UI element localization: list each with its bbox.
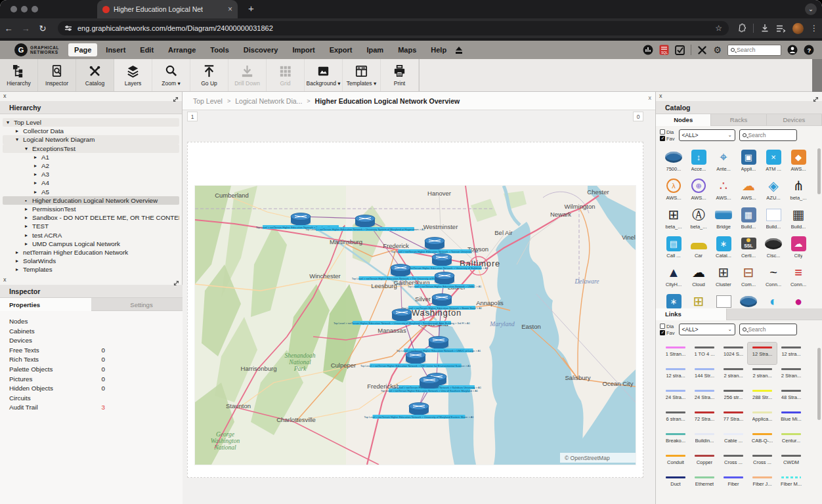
stats-icon[interactable]	[643, 45, 653, 55]
catalog-tab-devices[interactable]: Devices	[767, 114, 822, 126]
catalog-link-item[interactable]: 2 stran...	[719, 364, 748, 386]
tools-icon[interactable]	[697, 45, 707, 55]
inspector-row[interactable]: Nodes	[0, 318, 183, 327]
collapse-arrow-icon[interactable]: ▾	[7, 119, 14, 125]
catalog-link-item[interactable]: 1 TO 4 ...	[690, 343, 719, 364]
tree-item[interactable]: ▸A4	[3, 178, 179, 187]
catalog-node-item[interactable]: Ⓐbeta_...	[686, 205, 711, 234]
catalog-link-item[interactable]: 24 Stra...	[690, 386, 719, 408]
catalog-link-item[interactable]: Conduit	[661, 451, 690, 472]
catalog-link-item[interactable]: 256 str...	[719, 386, 748, 408]
global-search-input[interactable]	[737, 47, 776, 53]
catalog-node-item[interactable]: ⊕AWS...	[686, 176, 711, 205]
catalog-node-item[interactable]: λAWS...	[661, 176, 686, 205]
catalog-node-item[interactable]: ×ATM ...	[761, 147, 786, 176]
catalog-node-item[interactable]: ▲CityH...	[661, 262, 686, 291]
tree-item[interactable]: ▸Sandbox - DO NOT DELETE ME, OR THE CONT…	[3, 213, 179, 222]
browser-menu-icon[interactable]: ⋮	[810, 24, 818, 33]
links-scrollbar[interactable]	[817, 348, 821, 420]
collapse-arrow-icon[interactable]: ▾	[16, 136, 23, 142]
breadcrumb-item[interactable]: Top Level	[193, 97, 223, 105]
expand-arrow-icon[interactable]: ▸	[25, 232, 32, 238]
expand-arrow-icon[interactable]: ▸	[25, 223, 32, 229]
catalog-node-item[interactable]: SSLCerti...	[736, 234, 761, 262]
catalog-node-item[interactable]: ◆AWS...	[786, 147, 811, 176]
catalog-expand-icon[interactable]	[813, 93, 819, 105]
catalog-node-item[interactable]: Bridge	[711, 205, 736, 234]
catalog-node-item[interactable]: ∗	[661, 291, 686, 310]
expand-arrow-icon[interactable]: ▸	[16, 266, 23, 272]
catalog-node-item[interactable]: 7500...	[661, 147, 686, 176]
inspector-row[interactable]: Devices	[0, 337, 183, 346]
tree-item[interactable]: ▸netTerrain Higher Education Network	[3, 248, 179, 257]
catalog-node-item[interactable]: ▦Build...	[736, 205, 761, 234]
catalog-node-item[interactable]: ∴AWS...	[711, 176, 736, 205]
catalog-scrollbar[interactable]	[817, 148, 821, 194]
catalog-node-item[interactable]: ≡Conn...	[786, 262, 811, 291]
background-button[interactable]: Background ▾	[305, 59, 343, 91]
breadcrumb-item[interactable]: Logical Network Dia...	[235, 97, 302, 105]
bookmark-star-icon[interactable]: ☆	[715, 24, 722, 33]
tree-item[interactable]: •Higher Education Logical Network Overvi…	[3, 196, 179, 205]
menu-item-edit[interactable]: Edit	[134, 43, 160, 56]
global-search[interactable]	[727, 45, 781, 56]
links-fav-checkbox[interactable]	[660, 330, 665, 335]
site-info-icon[interactable]	[64, 24, 72, 32]
menu-item-discovery[interactable]: Discovery	[238, 43, 284, 56]
catalog-node-item[interactable]: ▤Call ...	[661, 234, 686, 262]
catalog-link-item[interactable]: 6 stran...	[661, 408, 690, 429]
tab-overflow-chevron-icon[interactable]: ⌄	[805, 3, 817, 15]
catalog-node-item[interactable]: Car	[686, 234, 711, 262]
catalog-node-item[interactable]: ☁AWS...	[736, 176, 761, 205]
expand-arrow-icon[interactable]: ▸	[25, 206, 32, 212]
reload-icon[interactable]: ↻	[34, 24, 51, 33]
inspector-row[interactable]: Palette Objects0	[0, 366, 183, 375]
catalog-node-item[interactable]: ⊞beta_...	[661, 205, 686, 234]
menu-item-tools[interactable]: Tools	[204, 43, 235, 56]
catalog-node-item[interactable]: Build...	[761, 205, 786, 234]
eject-icon[interactable]	[455, 47, 463, 54]
catalog-link-item[interactable]: Breako...	[661, 429, 690, 451]
links-search[interactable]	[739, 324, 797, 335]
extensions-icon[interactable]	[737, 24, 746, 33]
diagram-canvas[interactable]: 1 0 CumberlandHanoverChesterWilmingtonNe…	[183, 110, 655, 504]
go-up-button[interactable]: Go Up	[190, 59, 228, 91]
catalog-node-item[interactable]: ◐	[761, 291, 786, 310]
catalog-node-item[interactable]: ⌖Ante...	[711, 147, 736, 176]
hierarchy-close-icon[interactable]: x	[3, 93, 7, 100]
expand-arrow-icon[interactable]: ▸	[25, 241, 32, 247]
catalog-link-item[interactable]: 12 stra...	[661, 364, 690, 386]
catalog-link-item[interactable]: 1024 S...	[719, 343, 748, 364]
tree-item[interactable]: ▾Top Level	[3, 118, 179, 127]
tree-item[interactable]: ▾Logical Network Diagram	[3, 135, 179, 144]
catalog-link-item[interactable]: Ethernet	[690, 472, 719, 494]
tree-item[interactable]: ▾ExceptionsTest	[3, 144, 179, 153]
catalog-node-item[interactable]: ⊟Com...	[736, 262, 761, 291]
tree-item[interactable]: ▸UMD Campus Logical Network	[3, 240, 179, 248]
expand-arrow-icon[interactable]: ▸	[16, 128, 23, 134]
help-icon[interactable]: ?	[804, 45, 814, 55]
inspector-tab-settings[interactable]: Settings	[91, 298, 183, 311]
links-type-dropdown[interactable]: <ALL>⌄	[679, 324, 735, 335]
templates-button[interactable]: Templates ▾	[343, 59, 381, 91]
tree-item[interactable]: ▸A3	[3, 170, 179, 178]
catalog-node-item[interactable]: ∗Catal...	[711, 234, 736, 262]
catalog-link-item[interactable]: 12 stra...	[777, 343, 806, 364]
tree-item[interactable]: ▸A2	[3, 161, 179, 170]
catalog-link-item[interactable]: 12 Stra...	[748, 343, 777, 364]
tab-close-icon[interactable]: ×	[228, 5, 232, 14]
links-search-input[interactable]	[748, 326, 790, 333]
catalog-link-item[interactable]: Cable ...	[719, 429, 748, 451]
catalog-link-item[interactable]: Centur...	[777, 429, 806, 451]
catalog-link-item[interactable]: Copper	[690, 451, 719, 472]
catalog-link-item[interactable]: Applica...	[748, 408, 777, 429]
links-dia-checkbox[interactable]	[660, 324, 665, 329]
catalog-node-item[interactable]: ~Conn...	[761, 262, 786, 291]
expand-arrow-icon[interactable]: ▸	[34, 154, 41, 160]
inspector-expand-icon[interactable]	[173, 277, 179, 289]
expand-arrow-icon[interactable]: ▸	[34, 171, 41, 177]
back-icon[interactable]: ←	[0, 24, 17, 33]
tree-item[interactable]: ▸A5	[3, 188, 179, 196]
tree-item[interactable]: ▸PermissionTest	[3, 205, 179, 213]
catalog-dia-checkbox[interactable]	[660, 129, 665, 135]
